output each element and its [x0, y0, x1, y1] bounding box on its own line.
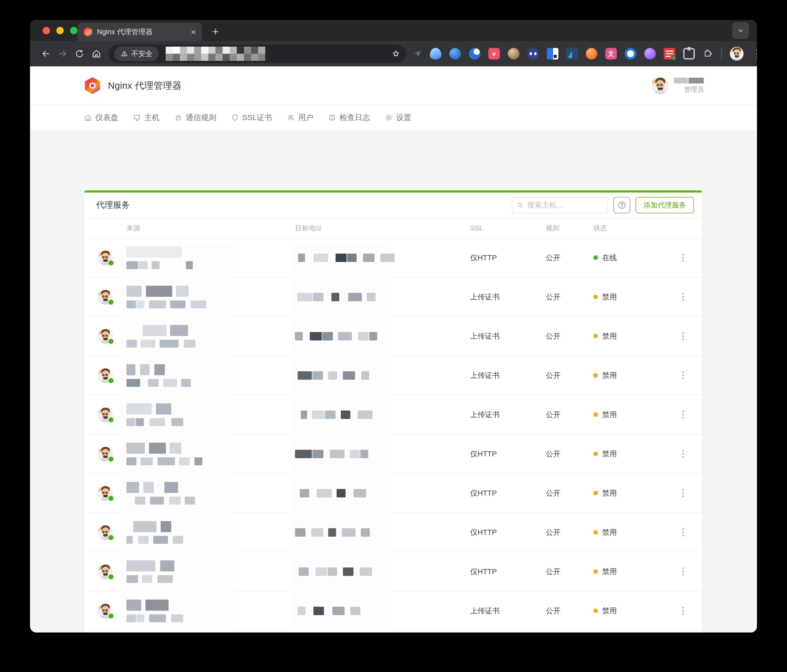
- reload-button[interactable]: [71, 45, 88, 62]
- security-chip[interactable]: 不安全: [114, 46, 159, 61]
- extensions-puzzle-icon[interactable]: [703, 49, 713, 59]
- redacted-text: [126, 418, 295, 426]
- doc-lock-icon[interactable]: [547, 48, 558, 60]
- status-label: 禁用: [602, 410, 617, 420]
- chart-icon[interactable]: [566, 48, 578, 60]
- row-menu-button[interactable]: [664, 296, 702, 298]
- avatar-wrap: [98, 368, 113, 383]
- kebab-icon: [682, 374, 684, 376]
- nav-item-hosts[interactable]: 主机: [133, 112, 160, 123]
- bookmark-star-button[interactable]: [391, 49, 400, 58]
- orb-icon[interactable]: [644, 48, 656, 60]
- target-cell-redacted: [295, 410, 470, 419]
- home-button[interactable]: [88, 45, 105, 62]
- row-menu-button[interactable]: [664, 257, 702, 259]
- globe-icon[interactable]: [469, 48, 480, 60]
- pin-icon[interactable]: [430, 48, 441, 60]
- flame-icon[interactable]: [586, 48, 597, 60]
- pocket-icon[interactable]: v: [488, 48, 500, 60]
- browser-profile-avatar[interactable]: [730, 47, 744, 61]
- url-redact-top: [166, 47, 391, 54]
- status-dot-icon: [593, 256, 598, 260]
- row-menu-button[interactable]: [664, 414, 702, 415]
- row-avatar-cell: [84, 250, 126, 265]
- help-button[interactable]: [613, 197, 630, 213]
- minimize-window-button[interactable]: [56, 27, 64, 34]
- table-row: 上传证书公开禁用: [84, 592, 702, 631]
- puzzle-icon[interactable]: [683, 48, 695, 60]
- status-dot-icon: [593, 609, 598, 613]
- browser-tab[interactable]: Nginx 代理管理器 ×: [77, 23, 202, 41]
- row-menu-button[interactable]: [664, 571, 702, 573]
- extensions-area: v文: [413, 47, 757, 61]
- nav-item-ssl[interactable]: SSL证书: [231, 112, 272, 123]
- redacted-text: [126, 614, 295, 622]
- nav-item-settings[interactable]: 设置: [385, 112, 411, 123]
- row-menu-button[interactable]: [664, 374, 702, 376]
- address-bar[interactable]: 不安全: [109, 44, 406, 63]
- titlebar: Nginx 代理管理器 × +: [30, 20, 757, 41]
- redacted-text: [126, 246, 295, 257]
- forward-button[interactable]: [54, 45, 71, 62]
- nav-item-rules[interactable]: 通信规则: [174, 112, 216, 123]
- ring-icon[interactable]: [625, 48, 636, 60]
- tab-close-icon[interactable]: ×: [191, 27, 196, 36]
- mask-icon[interactable]: [527, 48, 539, 60]
- close-window-button[interactable]: [43, 27, 50, 34]
- user-name-redacted: [674, 78, 704, 84]
- back-icon: [41, 49, 51, 59]
- nav-item-audit[interactable]: 检查日志: [328, 112, 370, 123]
- users-icon: [287, 114, 295, 121]
- row-avatar-cell: [84, 289, 126, 304]
- row-menu-button[interactable]: [664, 610, 702, 612]
- security-label: 不安全: [131, 49, 153, 58]
- status-label: 禁用: [602, 567, 617, 577]
- redacted-text: [126, 536, 295, 544]
- redacted-text: [126, 560, 295, 571]
- notes-icon[interactable]: [664, 48, 675, 60]
- ssl-cell: 仅HTTP: [470, 527, 546, 538]
- status-cell: 禁用: [593, 606, 664, 616]
- tab-title: Nginx 代理管理器: [97, 27, 186, 36]
- new-tab-button[interactable]: +: [208, 24, 223, 39]
- rule-cell: 公开: [546, 292, 593, 302]
- online-presence-dot: [109, 457, 114, 462]
- translate-icon[interactable]: 文: [605, 48, 617, 60]
- url-redact-bottom: [166, 54, 391, 61]
- tab-favicon-npm-logo: [83, 27, 93, 36]
- settings-icon: [385, 114, 393, 121]
- target-cell-redacted: [295, 489, 470, 497]
- send-icon[interactable]: [413, 49, 422, 58]
- search-input[interactable]: [526, 201, 604, 210]
- online-presence-dot: [109, 260, 114, 265]
- browser-menu-button[interactable]: [751, 53, 757, 55]
- nav-item-dashboard[interactable]: 仪表盘: [84, 112, 118, 123]
- user-menu[interactable]: 管理员: [651, 77, 704, 94]
- row-menu-button[interactable]: [664, 335, 702, 337]
- hosts-icon: [133, 114, 141, 121]
- add-proxy-button[interactable]: 添加代理服务: [635, 197, 694, 213]
- maximize-window-button[interactable]: [70, 27, 77, 34]
- face-icon[interactable]: [508, 48, 519, 60]
- back-button[interactable]: [37, 45, 54, 62]
- table-row: 上传证书公开禁用: [84, 278, 702, 317]
- source-cell-redacted: [126, 443, 295, 465]
- row-menu-button[interactable]: [664, 492, 702, 494]
- redacted-text: [295, 254, 470, 262]
- row-avatar-cell: [84, 525, 126, 540]
- nav-item-users[interactable]: 用户: [287, 112, 313, 123]
- tab-search-chevron-button[interactable]: [732, 22, 749, 39]
- row-menu-button[interactable]: [664, 453, 702, 455]
- status-label: 禁用: [602, 527, 617, 538]
- search-box[interactable]: [512, 197, 608, 213]
- redacted-text: [126, 325, 295, 336]
- swirl-icon[interactable]: [449, 48, 461, 60]
- status-cell: 禁用: [593, 567, 664, 577]
- online-presence-dot: [109, 496, 114, 501]
- redacted-text: [126, 497, 295, 505]
- status-dot-icon: [593, 491, 598, 495]
- page-title: Nginx 代理管理器: [108, 79, 182, 92]
- card-header: 代理服务 添加代理服务: [84, 192, 702, 218]
- row-menu-button[interactable]: [664, 532, 702, 533]
- proxy-hosts-card: 代理服务 添加代理服务 来源目标地址SSL规则状态 仅HTTP公开在线上传证书公…: [84, 190, 702, 633]
